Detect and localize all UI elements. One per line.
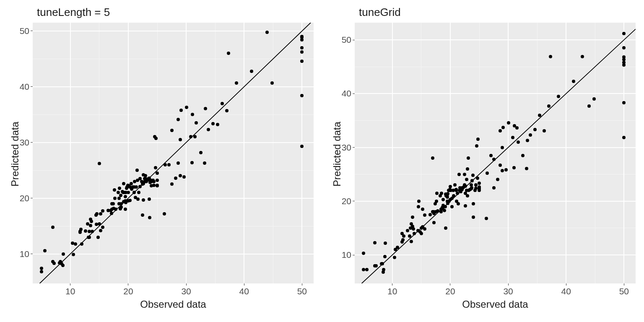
x-tick-label: 30	[503, 286, 513, 296]
reference-line	[355, 23, 636, 283]
data-point	[170, 129, 174, 132]
data-point	[465, 178, 468, 181]
data-point	[225, 109, 229, 112]
x-axis-label: Observed data	[355, 299, 636, 310]
data-point	[203, 161, 206, 165]
x-tick-label: 30	[181, 286, 191, 296]
data-point	[393, 256, 396, 259]
data-point	[127, 191, 130, 194]
data-point	[511, 136, 514, 139]
data-point	[423, 213, 426, 217]
y-tick-label: 50	[18, 26, 29, 36]
data-point	[144, 174, 147, 177]
chart-grid: tuneLength = 5 10203040501020304050Obser…	[0, 0, 644, 322]
data-point	[74, 242, 77, 246]
data-point	[204, 107, 207, 110]
x-tick-label: 10	[65, 286, 75, 296]
data-point	[124, 208, 127, 211]
data-point	[177, 161, 180, 165]
data-point	[119, 194, 122, 197]
x-tick-label: 10	[387, 286, 397, 296]
data-point	[543, 129, 546, 132]
data-point	[221, 102, 224, 105]
data-point	[489, 154, 493, 157]
y-tick-label: 20	[340, 196, 351, 206]
data-point	[421, 208, 424, 211]
data-point	[89, 224, 92, 227]
data-point	[401, 238, 405, 242]
data-point	[472, 216, 475, 219]
data-point	[191, 113, 194, 116]
x-tick-label: 50	[619, 286, 629, 296]
data-point	[478, 189, 481, 192]
data-point	[40, 270, 43, 273]
data-point	[501, 169, 504, 172]
data-point	[270, 81, 274, 85]
data-point	[622, 61, 626, 64]
data-point	[124, 195, 127, 198]
data-point	[362, 268, 365, 271]
data-point	[486, 171, 489, 175]
y-axis-label: Predicted data	[9, 122, 21, 187]
data-point	[435, 200, 438, 203]
data-point	[413, 232, 416, 235]
data-point	[156, 171, 159, 175]
data-point	[432, 221, 436, 224]
data-point	[99, 212, 102, 216]
data-point	[137, 191, 140, 194]
y-tick-label: 40	[18, 82, 29, 92]
data-point	[478, 185, 481, 189]
chart-panel-left: tuneLength = 5 10203040501020304050Obser…	[0, 0, 322, 322]
data-point	[193, 135, 197, 138]
data-point	[62, 252, 65, 256]
data-point	[441, 198, 445, 201]
data-point	[411, 216, 414, 219]
data-point	[526, 139, 529, 142]
data-point	[265, 31, 269, 34]
data-point	[119, 205, 123, 209]
data-point	[450, 205, 454, 208]
data-point	[98, 222, 101, 226]
data-point	[88, 236, 91, 239]
data-point	[443, 209, 446, 212]
data-point	[185, 106, 188, 109]
data-point	[478, 182, 481, 185]
chart-title-right: tuneGrid	[359, 6, 401, 19]
data-point	[457, 202, 460, 205]
data-point	[300, 36, 304, 39]
data-point	[474, 183, 478, 187]
data-point	[622, 136, 626, 139]
data-point	[466, 167, 469, 171]
data-point	[472, 202, 475, 205]
data-point	[374, 264, 378, 267]
data-point	[496, 178, 499, 181]
data-point	[156, 179, 159, 182]
data-point	[43, 249, 47, 252]
data-point	[529, 133, 532, 137]
data-point	[167, 163, 171, 166]
data-point	[512, 166, 516, 169]
data-point	[91, 230, 94, 233]
data-point	[440, 192, 443, 195]
y-tick-label: 20	[18, 193, 29, 203]
data-point	[417, 200, 421, 203]
data-point	[446, 192, 449, 195]
data-point	[464, 184, 467, 188]
data-point	[453, 183, 457, 187]
data-point	[61, 264, 65, 267]
data-point	[211, 122, 215, 125]
data-point	[435, 192, 439, 195]
data-point	[113, 197, 117, 200]
data-point	[533, 128, 537, 131]
data-point	[492, 186, 496, 190]
data-point	[417, 205, 420, 208]
data-point	[444, 205, 447, 208]
data-point	[154, 137, 158, 140]
data-point	[521, 154, 525, 157]
data-point	[365, 268, 369, 271]
data-point	[189, 135, 192, 138]
data-point	[152, 180, 156, 183]
data-point	[499, 129, 502, 132]
data-point	[410, 240, 413, 243]
data-point	[470, 186, 473, 190]
